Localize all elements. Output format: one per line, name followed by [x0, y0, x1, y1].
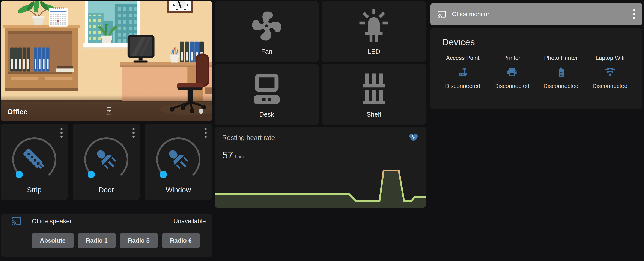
tile-shelf[interactable]: Shelf — [322, 64, 426, 125]
heart-rate-chart — [215, 165, 426, 208]
office-picture-card[interactable]: Office — [1, 1, 212, 121]
device-name: Laptop Wifi — [596, 55, 624, 61]
card-title: Resting heart rate — [222, 134, 275, 142]
heart-rate-area — [215, 170, 426, 208]
flood-light-icon — [166, 147, 191, 172]
devices-card: Devices Access Point Disconnected Printe… — [430, 28, 642, 109]
tile-led[interactable]: LED — [322, 1, 426, 62]
lightbulb-icon[interactable] — [197, 107, 205, 117]
led-strip-icon — [22, 147, 47, 172]
tile-desk[interactable]: Desk — [215, 64, 318, 125]
printer-icon — [506, 67, 518, 78]
more-menu-icon[interactable] — [132, 128, 135, 138]
preset-buttons: Absolute Radio 1 Radio 5 Radio 6 — [32, 233, 200, 248]
device-status: Disconnected — [544, 83, 578, 90]
fan-icon — [249, 9, 284, 43]
more-menu-icon[interactable] — [60, 128, 62, 138]
dial-label: Window — [145, 186, 212, 194]
preset-button-radio-1[interactable]: Radio 1 — [78, 233, 116, 248]
heart-rate-value: 57 — [222, 150, 233, 161]
shelf-icon — [356, 72, 391, 106]
device-status: Disconnected — [592, 83, 628, 90]
dial-label: Door — [73, 186, 140, 194]
tile-fan[interactable]: Fan — [215, 1, 318, 62]
speaker-status: Unavailable — [173, 218, 206, 225]
desktop-computer-icon — [249, 72, 284, 106]
tile-label: Fan — [215, 48, 318, 55]
tile-label: LED — [322, 48, 426, 55]
preset-button-absolute[interactable]: Absolute — [32, 233, 74, 248]
cast-icon[interactable] — [12, 216, 22, 226]
device-name: Printer — [503, 55, 520, 61]
speaker-title: Office speaker — [32, 218, 72, 225]
office-illustration — [1, 1, 212, 121]
heart-rate-card[interactable]: Resting heart rate 57 bpm — [215, 127, 426, 208]
heart-pulse-icon — [408, 133, 418, 143]
flood-light-icon — [94, 147, 119, 172]
device-photo-printer[interactable]: Photo Printer Disconnected — [536, 55, 586, 90]
tile-label: Desk — [215, 111, 318, 118]
fridge-icon[interactable] — [106, 106, 113, 116]
cast-icon — [437, 10, 446, 19]
more-menu-icon[interactable] — [204, 128, 207, 138]
kebab-menu-icon[interactable] — [633, 9, 636, 19]
light-dial-strip[interactable]: Strip — [1, 124, 68, 200]
preset-button-radio-5[interactable]: Radio 5 — [120, 233, 158, 248]
device-printer[interactable]: Printer Disconnected — [487, 55, 536, 90]
media-title: Office monitor — [452, 11, 489, 18]
media-player-office-monitor[interactable]: Office monitor — [430, 3, 642, 25]
dial-label: Strip — [1, 186, 68, 194]
device-name: Access Point — [446, 55, 479, 61]
led-icon — [356, 9, 391, 43]
devices-title: Devices — [438, 37, 634, 48]
router-icon — [457, 67, 468, 78]
wifi-icon — [604, 67, 616, 78]
light-dial-door[interactable]: Door — [73, 124, 140, 200]
preset-button-radio-6[interactable]: Radio 6 — [162, 233, 200, 248]
photo-printer-icon — [556, 67, 566, 78]
device-status: Disconnected — [494, 83, 530, 90]
devices-grid: Access Point Disconnected Printer Discon… — [438, 55, 634, 90]
device-access-point[interactable]: Access Point Disconnected — [438, 55, 487, 90]
light-dial-window[interactable]: Window — [145, 124, 212, 200]
tile-label: Shelf — [322, 111, 426, 118]
heart-rate-unit: bpm — [235, 154, 244, 159]
device-name: Photo Printer — [544, 55, 578, 61]
speaker-card: Office speaker Unavailable Absolute Radi… — [1, 214, 212, 257]
room-title: Office — [7, 108, 28, 116]
device-status: Disconnected — [445, 83, 480, 90]
device-laptop-wifi[interactable]: Laptop Wifi Disconnected — [586, 55, 634, 90]
